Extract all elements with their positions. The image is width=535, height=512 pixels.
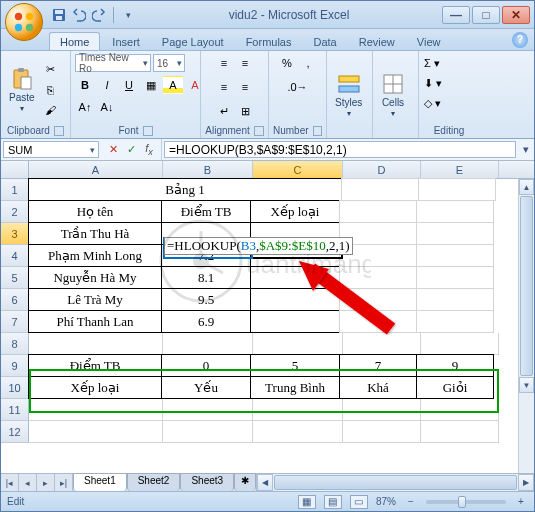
paste-button[interactable]: Paste▾ (5, 65, 39, 115)
underline-icon[interactable]: U (119, 76, 139, 94)
fill-icon[interactable]: ⬇ ▾ (423, 74, 443, 92)
cell[interactable]: Bảng 1 (28, 178, 342, 201)
ribbon-tabs: Home Insert Page Layout Formulas Data Re… (1, 29, 534, 51)
svg-point-2 (15, 24, 22, 31)
tab-view[interactable]: View (407, 33, 451, 50)
prev-sheet-icon[interactable]: ◂ (19, 474, 37, 491)
normal-view-icon[interactable]: ▦ (298, 495, 316, 509)
svg-point-0 (15, 13, 22, 20)
enter-icon[interactable]: ✓ (123, 142, 139, 158)
qat-customize-icon[interactable]: ▾ (120, 7, 136, 23)
col-header-b[interactable]: B (163, 161, 253, 178)
select-all-corner[interactable] (1, 161, 29, 178)
sheet-tab-bar: |◂ ◂ ▸ ▸| Sheet1 Sheet2 Sheet3 ✱ ◀ ▶ (1, 473, 534, 491)
shrink-font-icon[interactable]: A↓ (97, 98, 117, 116)
last-sheet-icon[interactable]: ▸| (55, 474, 73, 491)
svg-point-3 (26, 24, 33, 31)
formula-bar[interactable]: =HLOOKUP(B3,$A$9:$E$10,2,1) (164, 141, 516, 158)
scroll-right-icon[interactable]: ▶ (518, 474, 534, 491)
scroll-thumb[interactable] (520, 196, 533, 376)
percent-icon[interactable]: % (277, 54, 297, 72)
cut-icon[interactable]: ✂ (41, 61, 61, 79)
col-header-d[interactable]: D (343, 161, 421, 178)
zoom-slider[interactable] (426, 500, 506, 504)
tab-formulas[interactable]: Formulas (236, 33, 302, 50)
vertical-scrollbar[interactable]: ▲ ▼ (518, 179, 534, 473)
format-painter-icon[interactable]: 🖌 (41, 101, 61, 119)
expand-formula-bar-icon[interactable]: ▾ (518, 139, 534, 160)
tab-home[interactable]: Home (49, 32, 100, 50)
ribbon: Paste▾ ✂ ⎘ 🖌 Clipboard Times New Ro 16 B… (1, 51, 534, 139)
border-icon[interactable]: ▦ (141, 76, 161, 94)
cancel-icon[interactable]: ✕ (105, 142, 121, 158)
minimize-button[interactable]: — (442, 6, 470, 24)
svg-rect-9 (21, 77, 31, 89)
close-button[interactable]: ✕ (502, 6, 530, 24)
tab-page-layout[interactable]: Page Layout (152, 33, 234, 50)
first-sheet-icon[interactable]: |◂ (1, 474, 19, 491)
clipboard-dialog-icon[interactable] (54, 126, 64, 136)
cells-button[interactable]: Cells▾ (377, 70, 409, 120)
tab-review[interactable]: Review (349, 33, 405, 50)
status-bar: Edit ▦ ▤ ▭ 87% − + (1, 491, 534, 511)
clear-icon[interactable]: ◇ ▾ (423, 94, 442, 112)
office-button[interactable] (5, 3, 43, 41)
font-dialog-icon[interactable] (143, 126, 153, 136)
fill-color-icon[interactable]: A (163, 76, 183, 94)
scroll-up-icon[interactable]: ▲ (519, 179, 534, 195)
save-icon[interactable] (51, 7, 67, 23)
svg-rect-8 (18, 68, 24, 72)
help-icon[interactable]: ? (512, 32, 528, 48)
row-header[interactable]: 1 (1, 179, 29, 201)
undo-icon[interactable] (71, 7, 87, 23)
font-name-combo[interactable]: Times New Ro (75, 54, 151, 72)
grow-font-icon[interactable]: A↑ (75, 98, 95, 116)
svg-rect-6 (56, 16, 62, 20)
svg-rect-11 (339, 86, 359, 92)
horizontal-scrollbar[interactable]: ◀ ▶ (256, 474, 534, 491)
sheet-tab-1[interactable]: Sheet1 (73, 473, 127, 491)
svg-rect-5 (55, 10, 63, 14)
copy-icon[interactable]: ⎘ (41, 81, 61, 99)
tab-insert[interactable]: Insert (102, 33, 150, 50)
next-sheet-icon[interactable]: ▸ (37, 474, 55, 491)
number-dialog-icon[interactable] (313, 126, 322, 136)
sheet-tab-2[interactable]: Sheet2 (127, 473, 181, 491)
font-size-combo[interactable]: 16 (153, 54, 185, 72)
window-title: vidu2 - Microsoft Excel (136, 8, 442, 22)
align-center-icon[interactable]: ≡ (235, 78, 255, 96)
name-box[interactable]: SUM (3, 141, 99, 158)
tab-data[interactable]: Data (303, 33, 346, 50)
align-top-icon[interactable]: ≡ (214, 54, 234, 72)
bold-icon[interactable]: B (75, 76, 95, 94)
zoom-level[interactable]: 87% (376, 496, 396, 507)
comma-icon[interactable]: , (298, 54, 318, 72)
align-left-icon[interactable]: ≡ (214, 78, 234, 96)
italic-icon[interactable]: I (97, 76, 117, 94)
align-mid-icon[interactable]: ≡ (235, 54, 255, 72)
styles-button[interactable]: Styles▾ (331, 70, 366, 120)
wrap-text-icon[interactable]: ↵ (214, 102, 234, 120)
sheet-tab-3[interactable]: Sheet3 (180, 473, 234, 491)
in-cell-formula-edit[interactable]: =HLOOKUP(B3,$A$9:$E$10,2,1) (164, 237, 353, 255)
autosum-icon[interactable]: Σ ▾ (423, 54, 441, 72)
new-sheet-icon[interactable]: ✱ (234, 473, 256, 491)
worksheet-grid[interactable]: A B C D E 1 Bảng 1 2 Họ tên Điểm TB Xếp … (1, 161, 534, 473)
zoom-out-icon[interactable]: − (404, 496, 418, 507)
quick-access-toolbar: ▾ (51, 7, 136, 23)
col-header-a[interactable]: A (29, 161, 163, 178)
redo-icon[interactable] (91, 7, 107, 23)
scroll-left-icon[interactable]: ◀ (257, 474, 273, 491)
maximize-button[interactable]: □ (472, 6, 500, 24)
scroll-down-icon[interactable]: ▼ (519, 377, 534, 393)
col-header-c[interactable]: C (253, 161, 343, 178)
align-dialog-icon[interactable] (254, 126, 264, 136)
status-mode: Edit (7, 496, 24, 507)
zoom-in-icon[interactable]: + (514, 496, 528, 507)
page-layout-view-icon[interactable]: ▤ (324, 495, 342, 509)
fx-icon[interactable]: fx (141, 142, 157, 158)
page-break-view-icon[interactable]: ▭ (350, 495, 368, 509)
col-header-e[interactable]: E (421, 161, 499, 178)
increase-decimal-icon[interactable]: .0→ (288, 78, 308, 96)
merge-icon[interactable]: ⊞ (235, 102, 255, 120)
